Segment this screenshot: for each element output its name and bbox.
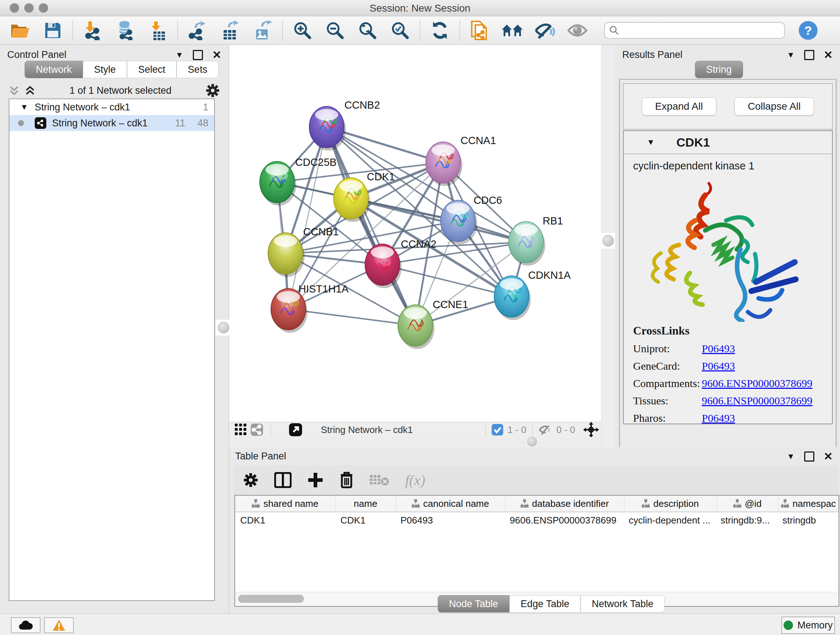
toolbar-search-input[interactable] xyxy=(604,22,785,39)
column-header-@id[interactable]: @id xyxy=(717,496,779,511)
control-panel-float-icon[interactable] xyxy=(193,50,203,60)
import-table-button[interactable] xyxy=(148,20,168,41)
export-table-button[interactable] xyxy=(220,20,240,41)
table-panel: Table Panel ▼ ✕ f(x) shared namenamecano… xyxy=(229,447,840,613)
delete-column-icon[interactable] xyxy=(339,471,354,489)
expand-all-button[interactable]: Expand All xyxy=(642,97,716,116)
zoom-in-button[interactable] xyxy=(292,20,313,41)
cloud-icon xyxy=(19,620,33,630)
expand-all-tree-icon[interactable] xyxy=(25,85,35,96)
crosslinks-heading: CrossLinks xyxy=(633,324,832,337)
import-network-from-database-button[interactable] xyxy=(115,20,135,41)
network-row[interactable]: String Network – cdk1 11 48 xyxy=(9,115,214,131)
table-cell[interactable]: CDK1 xyxy=(335,515,395,526)
column-header-database-identifier[interactable]: database identifier xyxy=(505,496,624,511)
table-panel-close-icon[interactable]: ✕ xyxy=(824,450,833,463)
node-CDC6[interactable]: CDC6 xyxy=(441,195,502,244)
node-CDKN1A[interactable]: CDKN1A xyxy=(494,269,571,320)
node-HIST1H1A[interactable]: HIST1H1A xyxy=(271,283,349,333)
string-protein-query-button[interactable] xyxy=(470,20,490,41)
network-view-title: String Network – cdk1 xyxy=(321,424,413,435)
crosslink-link[interactable]: 9606.ENSP00000378699 xyxy=(702,377,813,390)
protein-expander-icon[interactable]: ▼ xyxy=(647,138,655,147)
tab-node-table[interactable]: Node Table xyxy=(438,595,509,613)
crosslink-link[interactable]: P06493 xyxy=(702,342,735,355)
control-panel-close-icon[interactable]: ✕ xyxy=(212,49,221,61)
column-header-shared-name[interactable]: shared name xyxy=(235,496,336,511)
crosslink-link[interactable]: P06493 xyxy=(702,412,735,424)
hidden-eye-slash-icon[interactable] xyxy=(538,424,552,435)
network-graph[interactable]: CCNB2CCNA1CDC25BCDK1CDC6RB1CCNB1CCNA2CDK… xyxy=(229,45,601,422)
results-panel-float-icon[interactable] xyxy=(804,50,814,60)
results-panel-close-icon[interactable]: ✕ xyxy=(824,49,833,61)
memory-button[interactable]: Memory xyxy=(782,616,835,634)
show-columns-icon[interactable] xyxy=(274,472,292,488)
edge[interactable] xyxy=(288,127,327,309)
apply-layout-button[interactable] xyxy=(430,20,450,41)
tab-string[interactable]: String xyxy=(695,61,743,78)
column-header-description[interactable]: description xyxy=(624,496,717,511)
table-cell[interactable]: CDK1 xyxy=(235,515,335,526)
column-header-canonical-name[interactable]: canonical name xyxy=(396,496,505,511)
help-button[interactable]: ? xyxy=(799,21,818,40)
zoom-selected-button[interactable] xyxy=(390,20,410,41)
network-node-count: 11 xyxy=(175,118,185,129)
save-session-button[interactable] xyxy=(43,20,63,41)
node-CCNE1[interactable]: CCNE1 xyxy=(398,299,468,349)
hide-glass-button[interactable] xyxy=(535,20,555,41)
crosslink-link[interactable]: 9606.ENSP00000378699 xyxy=(702,394,813,407)
tab-sets[interactable]: Sets xyxy=(177,61,218,78)
zoom-fit-button[interactable] xyxy=(357,20,378,41)
tab-network-table[interactable]: Network Table xyxy=(581,595,665,613)
network-collection-row[interactable]: ▼ String Network – cdk1 1 xyxy=(9,99,214,115)
show-glass-button[interactable] xyxy=(567,20,587,41)
control-panel-menu-icon[interactable]: ▼ xyxy=(175,50,183,60)
protein-symbol: CDK1 xyxy=(676,135,710,149)
create-column-icon[interactable] xyxy=(308,472,324,488)
column-label: shared name xyxy=(264,498,318,509)
results-panel-menu-icon[interactable]: ▼ xyxy=(787,50,795,60)
export-image-button[interactable] xyxy=(253,20,273,41)
table-panel-float-icon[interactable] xyxy=(804,451,814,462)
tab-style[interactable]: Style xyxy=(83,61,127,78)
collection-expander-icon[interactable]: ▼ xyxy=(20,103,28,112)
scrollbar-thumb[interactable] xyxy=(238,595,304,603)
string-results-container: Expand All Collapse All ▼ CDK1 cyclin-de… xyxy=(619,79,836,473)
table-cell[interactable]: stringdb xyxy=(777,515,837,526)
right-splitter-handle[interactable] xyxy=(600,233,616,249)
table-row[interactable]: CDK1CDK1P064939606.ENSP00000378699cyclin… xyxy=(235,512,838,528)
table-cell[interactable]: P06493 xyxy=(395,515,505,526)
column-header-name[interactable]: name xyxy=(336,496,396,511)
column-header-namespac[interactable]: namespac xyxy=(778,496,838,511)
tab-edge-table[interactable]: Edge Table xyxy=(509,595,581,613)
node-label: CCNB2 xyxy=(344,99,380,111)
import-network-button[interactable] xyxy=(82,20,103,41)
table-options-gear-icon[interactable] xyxy=(243,472,258,488)
network-canvas[interactable]: CCNB2CCNA1CDC25BCDK1CDC6RB1CCNB1CCNA2CDK… xyxy=(229,45,601,422)
crosslink-link[interactable]: P06493 xyxy=(702,360,735,372)
footer-separator xyxy=(485,424,486,436)
export-network-button[interactable] xyxy=(187,20,208,41)
table-panel-menu-icon[interactable]: ▼ xyxy=(787,452,795,461)
cloud-status-button[interactable] xyxy=(11,617,41,633)
node-RB1[interactable]: RB1 xyxy=(508,215,563,266)
table-cell[interactable]: 9606.ENSP00000378699 xyxy=(505,515,624,526)
node-CCNA1[interactable]: CCNA1 xyxy=(426,135,496,186)
warning-status-button[interactable] xyxy=(44,617,74,633)
crosslink-label: Compartments: xyxy=(633,377,702,390)
open-session-button[interactable] xyxy=(10,20,30,41)
horizontal-splitter-handle[interactable] xyxy=(527,437,537,447)
network-options-gear-icon[interactable] xyxy=(205,83,220,98)
zoom-out-button[interactable] xyxy=(325,20,345,41)
table-cell[interactable]: stringdb:9... xyxy=(715,515,777,526)
protein-section-header[interactable]: ▼ CDK1 xyxy=(624,131,832,154)
collapse-all-button[interactable]: Collapse All xyxy=(734,97,814,116)
tab-select[interactable]: Select xyxy=(127,61,177,78)
edge[interactable] xyxy=(327,127,415,325)
tab-network[interactable]: Network xyxy=(25,61,83,78)
selected-checkbox-icon[interactable] xyxy=(492,424,503,435)
collapse-all-tree-icon[interactable] xyxy=(9,85,19,96)
network-share-icon xyxy=(35,117,46,129)
home-networks-button[interactable] xyxy=(502,20,523,41)
table-cell[interactable]: cyclin-dependent ... xyxy=(624,515,715,526)
